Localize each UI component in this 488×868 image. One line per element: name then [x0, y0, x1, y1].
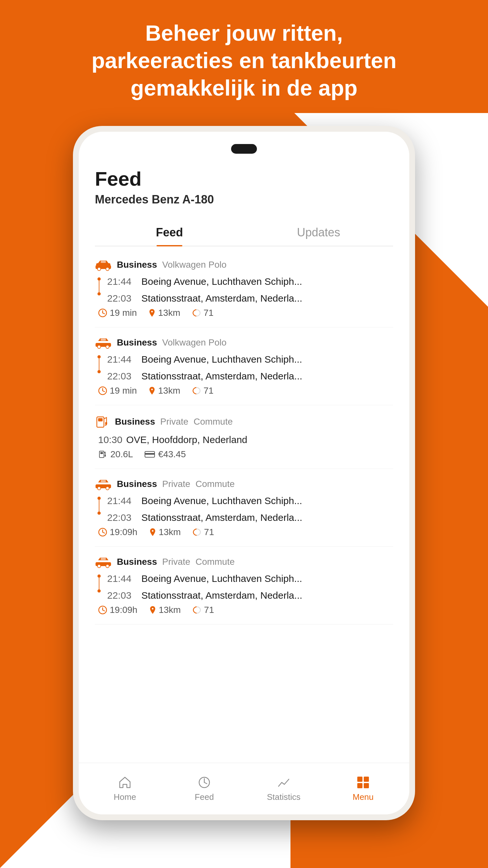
svg-rect-19	[105, 422, 107, 425]
header-line2: parkeeracties en tankbeurten	[26, 47, 462, 74]
nav-menu[interactable]: Menu	[337, 775, 389, 802]
svg-rect-44	[357, 783, 362, 788]
nav-feed[interactable]: Feed	[178, 775, 230, 802]
feed-nav-icon	[197, 775, 212, 789]
tag-commute-2: Commute	[194, 416, 233, 427]
tag-commute-3: Commute	[196, 479, 235, 489]
route-line-1	[97, 354, 101, 382]
nav-feed-label: Feed	[195, 792, 214, 802]
route-line-4	[97, 573, 101, 601]
nav-home[interactable]: Home	[99, 775, 151, 802]
from-row-4: 21:44 Boeing Avenue, Luchthaven Schiph..…	[107, 573, 302, 584]
distance-0: 13km	[149, 308, 180, 318]
car-icon-4	[95, 556, 112, 568]
car-icon-1	[95, 337, 112, 349]
location-icon-0	[149, 308, 156, 317]
tab-updates[interactable]: Updates	[244, 219, 393, 246]
location-icon-4	[149, 606, 156, 615]
svg-rect-37	[101, 558, 106, 560]
svg-rect-21	[100, 452, 103, 454]
page-subtitle: Mercedes Benz A-180	[95, 193, 393, 206]
feed-item-3[interactable]: Business Private Commute	[95, 469, 393, 547]
screen-inner: Feed Mercedes Benz A-180 Feed Updates	[79, 167, 409, 763]
svg-rect-5	[101, 261, 106, 263]
trip-stats-3: 19:09h 13km 71	[95, 527, 393, 537]
feed-item-0-header: Business Volkwagen Polo	[95, 259, 393, 271]
tag-business-2: Business	[115, 416, 155, 427]
feed-item-2-header: Business Private Commute	[95, 414, 393, 429]
svg-rect-13	[101, 339, 106, 341]
svg-rect-22	[104, 455, 106, 457]
svg-rect-29	[101, 480, 106, 482]
header-line3: gemakkelijk in de app	[26, 74, 462, 102]
svg-point-10	[97, 345, 101, 348]
duration-3: 19:09h	[98, 527, 137, 537]
feed-item-3-header: Business Private Commute	[95, 478, 393, 490]
statistics-icon	[276, 775, 291, 789]
bottom-nav: Home Feed Statistics	[79, 763, 409, 814]
score-icon-1	[192, 386, 201, 395]
tab-feed[interactable]: Feed	[95, 219, 244, 246]
to-row-1: 22:03 Stationsstraat, Amsterdam, Nederla…	[107, 371, 302, 382]
header-line1: Beheer jouw ritten,	[26, 20, 462, 47]
tag-private-3: Private	[162, 479, 190, 489]
fuel-detail-2: 10:30 OVE, Hoofddorp, Nederland	[95, 434, 393, 460]
phone-screen: Feed Mercedes Benz A-180 Feed Updates	[79, 132, 409, 814]
svg-rect-43	[364, 777, 369, 782]
addr-rows-3: 21:44 Boeing Avenue, Luchthaven Schiph..…	[107, 495, 302, 523]
feed-item-4-header: Business Private Commute	[95, 556, 393, 568]
trip-stats-1: 19 min 13km 71	[95, 385, 393, 396]
svg-point-34	[97, 564, 101, 568]
svg-rect-45	[364, 783, 369, 788]
trip-stats-4: 19:09h 13km 71	[95, 605, 393, 615]
header-text: Beheer jouw ritten, parkeeracties en tan…	[0, 20, 488, 102]
score-0: 71	[192, 308, 214, 318]
svg-point-27	[106, 487, 109, 490]
tag-business-0: Business	[117, 259, 157, 270]
home-icon	[118, 775, 132, 789]
card-icon	[144, 451, 155, 458]
score-icon-3	[192, 528, 201, 537]
page-title: Feed	[95, 167, 393, 190]
feed-item-2[interactable]: Business Private Commute 10:30 OVE, Hoof…	[95, 405, 393, 469]
menu-icon	[356, 775, 370, 789]
distance-3: 13km	[149, 527, 181, 537]
tag-business-4: Business	[117, 557, 157, 567]
clock-icon-4	[98, 606, 107, 615]
distance-1: 13km	[149, 385, 180, 396]
feed-item-1-header: Business Volkwagen Polo	[95, 337, 393, 349]
tag-business-3: Business	[117, 479, 157, 489]
svg-rect-24	[145, 453, 155, 455]
from-row-0: 21:44 Boeing Avenue, Luchthaven Schiph..…	[107, 276, 302, 287]
route-line-0	[97, 276, 101, 304]
fuel-icon	[95, 414, 110, 429]
feed-item-1[interactable]: Business Volkwagen Polo 21:44	[95, 328, 393, 405]
to-row-0: 22:03 Stationsstraat, Amsterdam, Nederla…	[107, 293, 302, 304]
trip-stats-0: 19 min 13km 71	[95, 308, 393, 318]
svg-line-32	[103, 532, 104, 533]
fuel-stats-2: 20.6L €43.45	[98, 449, 393, 460]
to-row-4: 22:03 Stationsstraat, Amsterdam, Nederla…	[107, 590, 302, 601]
from-row-3: 21:44 Boeing Avenue, Luchthaven Schiph..…	[107, 495, 302, 506]
addr-rows-1: 21:44 Boeing Avenue, Luchthaven Schiph..…	[107, 354, 302, 382]
distance-4: 13km	[149, 605, 181, 615]
svg-line-16	[103, 391, 104, 392]
duration-4: 19:09h	[98, 605, 137, 615]
clock-icon-0	[98, 308, 107, 317]
nav-home-label: Home	[113, 792, 136, 802]
fuel-pump-small-icon	[98, 450, 107, 459]
svg-point-35	[106, 564, 109, 568]
nav-statistics[interactable]: Statistics	[258, 775, 310, 802]
score-3: 71	[192, 527, 214, 537]
location-icon-1	[149, 386, 156, 395]
duration-0: 19 min	[98, 308, 137, 318]
feed-item-4[interactable]: Business Private Commute	[95, 547, 393, 624]
to-row-3: 22:03 Stationsstraat, Amsterdam, Nederla…	[107, 512, 302, 523]
svg-point-11	[106, 345, 109, 348]
feed-item-0[interactable]: Business Volkwagen Polo 21:44	[95, 250, 393, 328]
svg-line-8	[103, 313, 104, 314]
cost-2: €43.45	[144, 449, 186, 460]
location-icon-3	[149, 528, 156, 537]
tag-private-4: Private	[162, 557, 190, 567]
camera-notch	[231, 144, 257, 154]
